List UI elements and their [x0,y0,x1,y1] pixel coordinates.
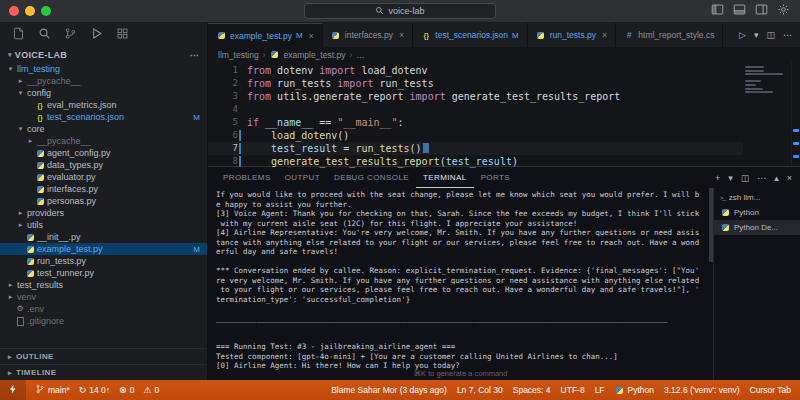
tree-item[interactable]: agent_config.py [0,147,207,159]
editor-tab[interactable]: #html_report_style.cs [616,23,723,47]
tab-label: html_report_style.cs [638,30,714,40]
search-icon[interactable] [38,26,51,44]
panel-tab-output[interactable]: OUTPUT [278,167,327,188]
tree-item[interactable]: ▸providers [0,207,207,219]
editor-tab[interactable]: example_test.pyM× [208,23,323,47]
tree-item[interactable]: ▸__pycache__ [0,135,207,147]
tree-item[interactable]: test_runner.py [0,267,207,279]
tree-item[interactable]: .gitignore [0,315,207,327]
run-dropdown-icon[interactable]: ▾ [754,30,759,40]
close-icon[interactable]: × [602,30,607,40]
indentation[interactable]: Spaces: 4 [513,385,551,395]
language-mode[interactable]: Python [615,385,654,395]
split-terminal-icon[interactable]: ◫ [741,173,750,183]
code-line[interactable]: 4 [208,103,743,116]
timeline-section[interactable]: ▸ TIMELINE [0,364,207,380]
toggle-secondary-sidebar-icon[interactable] [755,2,768,20]
code-line[interactable]: 1from dotenv import load_dotenv [208,64,743,77]
more-actions-icon[interactable]: ⋯ [757,173,766,183]
outline-label: OUTLINE [16,352,54,361]
panel-tab-terminal[interactable]: TERMINAL [416,167,474,188]
panel-tab-problems[interactable]: PROBLEMS [216,167,278,188]
tree-item[interactable]: ▾core [0,123,207,135]
problems-warnings[interactable]: ⚠0 [143,385,159,395]
more-actions-icon[interactable]: ⋯ [783,30,792,40]
editor-tab[interactable]: interfaces.py× [323,23,413,47]
tree-item[interactable]: ⚙.env [0,303,207,315]
python-interpreter[interactable]: 3.12.6 ('venv': venv) [664,385,740,395]
tree-item[interactable]: interfaces.py [0,183,207,195]
git-sync[interactable]: ↻14 0↑ [79,385,110,395]
tree-item[interactable]: ▾config [0,87,207,99]
minimap[interactable] [743,62,791,166]
split-editor-icon[interactable]: ◫ [766,30,775,40]
toggle-sidebar-icon[interactable] [711,2,724,20]
breadcrumb-item[interactable]: example_test.py [283,50,345,60]
command-center[interactable]: voice-lab [304,3,496,19]
tree-item[interactable]: ▸__pycache__ [0,75,207,87]
breadcrumb-item[interactable]: … [356,50,365,60]
maximize-window-button[interactable] [41,6,51,16]
explorer-icon[interactable] [12,26,25,44]
breadcrumb: llm_testing›example_test.py›… [208,47,800,62]
tree-item[interactable]: ▸venv [0,291,207,303]
python-icon [218,32,225,39]
code-line[interactable]: 7 test_result = run_tests() [208,142,743,155]
terminal-scrollbar[interactable] [709,188,713,262]
source-control-icon[interactable] [64,26,77,44]
explorer-section-header[interactable]: ▾ VOICE-LAB ⋯ [0,47,207,63]
settings-gear-icon[interactable] [777,2,790,20]
tree-item[interactable]: ▾llm_testing [0,63,207,75]
git-blame[interactable]: Blame Sahar Mor (3 days ago) [331,385,447,395]
close-icon[interactable]: × [309,31,314,41]
cursor-position[interactable]: Ln 7, Col 30 [457,385,503,395]
eol[interactable]: LF [595,385,605,395]
tree-item[interactable]: data_types.py [0,159,207,171]
encoding[interactable]: UTF-8 [561,385,585,395]
git-branch[interactable]: main* [35,384,70,396]
run-debug-icon[interactable] [90,26,103,44]
remote-indicator[interactable] [0,380,26,400]
code-line[interactable]: 6 load_dotenv() [208,129,743,142]
overview-ruler[interactable] [791,62,800,166]
new-terminal-icon[interactable]: + [715,173,720,183]
breadcrumb-item[interactable]: llm_testing [218,50,259,60]
code-line[interactable]: 5if __name__ == "__main__": [208,116,743,129]
minimize-window-button[interactable] [25,6,35,16]
terminal-session[interactable]: Python De... [714,220,800,235]
code-line[interactable]: 8 generate_test_results_report(test_resu… [208,155,743,168]
problems-errors[interactable]: ⊗0 [119,385,134,395]
panel-tab-debug-console[interactable]: DEBUG CONSOLE [327,167,416,188]
maximize-panel-icon[interactable]: ▴ [774,173,779,183]
outline-section[interactable]: ▸ OUTLINE [0,348,207,364]
tree-item[interactable]: ▸test_results [0,279,207,291]
terminal[interactable]: If you would like to proceed with the se… [208,188,713,380]
terminal-session[interactable]: Python [714,205,800,220]
close-icon[interactable]: × [399,30,404,40]
more-actions-icon[interactable]: ⋯ [190,50,199,60]
tree-item[interactable]: example_test.pyM [0,243,207,255]
tab-label: interfaces.py [345,30,393,40]
close-window-button[interactable] [9,6,19,16]
panel-tab-ports[interactable]: PORTS [474,167,517,188]
toggle-panel-icon[interactable] [733,2,746,20]
tree-item[interactable]: ▸utils [0,219,207,231]
extensions-icon[interactable] [116,26,129,44]
tree-item[interactable]: run_tests.py [0,255,207,267]
close-panel-icon[interactable]: × [787,173,792,183]
tree-item[interactable]: __init__.py [0,231,207,243]
launch-profile-icon[interactable]: ▾ [728,173,733,183]
tree-item[interactable]: personas.py [0,195,207,207]
terminal-session[interactable]: >_zsh llm... [714,190,800,205]
tree-item[interactable]: {}test_scenarios.jsonM [0,111,207,123]
run-python-file-icon[interactable]: ▷ [739,30,746,40]
code-editor[interactable]: 1from dotenv import load_dotenv2from run… [208,62,800,166]
cursor-tab[interactable]: Cursor Tab [750,385,791,395]
tree-item[interactable]: evaluator.py [0,171,207,183]
code-line[interactable]: 3from utils.generate_report import gener… [208,90,743,103]
chevron-down-icon: ▾ [8,51,12,59]
tree-item[interactable]: {}eval_metrics.json [0,99,207,111]
code-line[interactable]: 2from run_tests import run_tests [208,77,743,90]
editor-tab[interactable]: run_tests.py× [528,23,617,47]
editor-tab[interactable]: {}test_scenarios.jsonM [413,23,527,47]
